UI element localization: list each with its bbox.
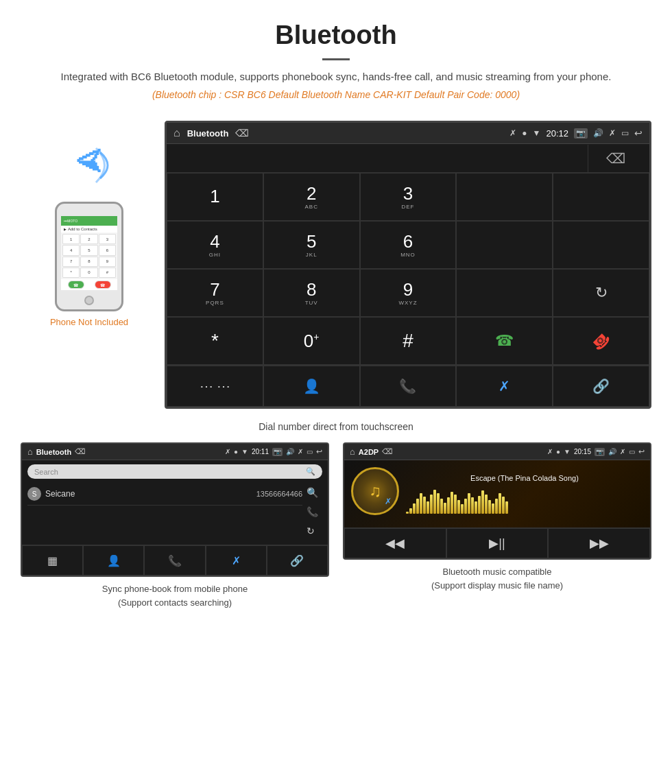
- specs-text: (Bluetooth chip : CSR BC6 Default Blueto…: [41, 89, 631, 100]
- dial-key-6[interactable]: 6MNO: [360, 221, 457, 269]
- dial-key-3[interactable]: 3DEF: [360, 173, 457, 221]
- pb-x-icon[interactable]: ✗: [298, 448, 303, 455]
- pb-home-icon[interactable]: ⌂: [27, 447, 33, 457]
- phone-body: ••• MOTO ▶ Add to Contacts 1 2 3 4 5 6: [55, 202, 123, 311]
- eq-bar: [406, 512, 409, 514]
- window-icon[interactable]: ▭: [621, 128, 629, 138]
- pb-bb-grid[interactable]: ▦: [22, 545, 83, 575]
- eq-bar: [499, 493, 501, 514]
- pb-statusbar-left: ⌂ Bluetooth ⌫: [27, 447, 86, 457]
- dial-bottom-link[interactable]: 🔗: [553, 366, 649, 407]
- bluetooth-signal-icon: ⮘: [62, 141, 117, 196]
- pb-bb-person[interactable]: 👤: [83, 545, 144, 575]
- music-win-icon[interactable]: ▭: [629, 448, 635, 455]
- eq-bar: [427, 501, 429, 514]
- eq-bar: [502, 497, 505, 514]
- phone-end-btn[interactable]: ☎: [95, 281, 111, 289]
- pb-time: 20:11: [252, 448, 269, 455]
- backspace-icon: ⌫: [606, 150, 625, 167]
- pb-vol-icon[interactable]: 🔊: [286, 448, 294, 455]
- music-next-button[interactable]: ▶▶: [548, 528, 650, 558]
- music-vol-icon[interactable]: 🔊: [608, 448, 616, 455]
- dial-key-8[interactable]: 8TUV: [263, 269, 360, 317]
- backspace-button[interactable]: ⌫: [588, 145, 643, 172]
- phone-image-area: ⮘ ••• MOTO ▶ Add to Contacts 1: [21, 121, 158, 327]
- phone-key-8[interactable]: 8: [80, 257, 97, 267]
- dial-key-2[interactable]: 2ABC: [263, 173, 360, 221]
- volume-icon[interactable]: 🔊: [593, 128, 603, 138]
- phone-key-5[interactable]: 5: [80, 245, 97, 255]
- pb-search-bar[interactable]: Search 🔍: [27, 464, 322, 479]
- dial-key-hash[interactable]: #: [360, 317, 457, 365]
- description-text: Integrated with BC6 Bluetooth module, su…: [41, 69, 631, 85]
- pb-search-placeholder: Search: [34, 468, 58, 476]
- music-x-icon[interactable]: ✗: [620, 448, 625, 455]
- pb-statusbar-right: ✗ ● ▼ 20:11 📷 🔊 ✗ ▭ ↩: [225, 447, 322, 456]
- phone-key-3[interactable]: 3: [99, 234, 116, 244]
- pb-statusbar: ⌂ Bluetooth ⌫ ✗ ● ▼ 20:11 📷 🔊 ✗ ▭ ↩: [22, 444, 328, 460]
- dial-empty-r1c4: [456, 173, 553, 221]
- dial-reload-button[interactable]: ↻: [553, 269, 649, 317]
- phone-key-6[interactable]: 6: [99, 245, 116, 255]
- dial-key-7[interactable]: 7PQRS: [167, 269, 263, 317]
- dial-key-1[interactable]: 1: [167, 173, 263, 221]
- dial-key-4[interactable]: 4GHI: [167, 221, 263, 269]
- dial-call-red-button[interactable]: ☎: [553, 317, 649, 365]
- phone-call-btn[interactable]: ☎: [68, 281, 84, 289]
- song-title: Escape (The Pina Colada Song): [406, 474, 643, 482]
- eq-bar: [409, 508, 412, 514]
- back-icon[interactable]: ↩: [634, 128, 643, 139]
- music-back-icon[interactable]: ↩: [638, 447, 645, 456]
- dial-key-5[interactable]: 5JKL: [263, 221, 360, 269]
- phone-key-star[interactable]: *: [62, 268, 80, 278]
- pb-sig-icon: ▼: [241, 448, 248, 455]
- music-statusbar-left: ⌂ A2DP ⌫: [350, 447, 393, 457]
- dial-call-green-button[interactable]: ☎: [456, 317, 553, 365]
- title-divider: [322, 58, 350, 60]
- pb-contact-row[interactable]: S Seicane 13566664466: [27, 483, 302, 506]
- phone-key-2[interactable]: 2: [80, 234, 97, 244]
- pb-win-icon[interactable]: ▭: [307, 448, 313, 455]
- music-prev-button[interactable]: ◀◀: [344, 528, 446, 558]
- camera-icon[interactable]: 📷: [574, 128, 588, 139]
- phone-key-7[interactable]: 7: [62, 257, 80, 267]
- phone-key-0[interactable]: 0: [80, 268, 97, 278]
- pb-bb-bt[interactable]: ✗: [206, 545, 267, 575]
- dial-bottom-grid[interactable]: ⋯ ⋯: [167, 366, 263, 407]
- eq-bar: [461, 504, 464, 514]
- phone-key-hash[interactable]: #: [99, 268, 116, 278]
- pb-bb-link[interactable]: 🔗: [267, 545, 328, 575]
- bottom-screens-section: ⌂ Bluetooth ⌫ ✗ ● ▼ 20:11 📷 🔊 ✗ ▭ ↩: [0, 442, 672, 623]
- pb-contact-list: S Seicane 13566664466: [27, 483, 302, 541]
- pb-side-search-icon[interactable]: 🔍: [307, 487, 318, 498]
- dial-bottom-recent[interactable]: 📞: [360, 366, 457, 407]
- dial-bottom-contacts[interactable]: 👤: [263, 366, 360, 407]
- dial-key-9[interactable]: 9WXYZ: [360, 269, 457, 317]
- music-cam-icon[interactable]: 📷: [595, 448, 605, 456]
- eq-visualizer: [406, 486, 643, 514]
- next-icon: ▶▶: [590, 536, 609, 551]
- eq-bar: [475, 501, 477, 514]
- pb-contact-number: 13566664466: [256, 490, 302, 498]
- dial-key-star[interactable]: *: [167, 317, 263, 365]
- phone-home-button[interactable]: [84, 296, 94, 305]
- dial-bottom-bluetooth[interactable]: ✗: [456, 366, 553, 407]
- dial-key-0[interactable]: 0+: [263, 317, 360, 365]
- dial-empty-r2c5: [553, 221, 649, 269]
- statusbar-time: 20:12: [546, 128, 568, 139]
- home-icon[interactable]: ⌂: [173, 127, 180, 139]
- pb-side-reload-icon[interactable]: ↻: [307, 525, 318, 536]
- pb-bb-phone[interactable]: 📞: [144, 545, 205, 575]
- bt-icon-bottom: ✗: [499, 378, 510, 394]
- music-play-pause-button[interactable]: ▶||: [446, 528, 549, 558]
- close-icon[interactable]: ✗: [609, 128, 616, 138]
- pb-side-call-icon[interactable]: 📞: [307, 506, 318, 517]
- eq-bar: [440, 499, 443, 514]
- phone-key-1[interactable]: 1: [62, 234, 80, 244]
- music-home-icon[interactable]: ⌂: [350, 447, 355, 457]
- pb-cam-icon[interactable]: 📷: [272, 448, 283, 456]
- phone-key-9[interactable]: 9: [99, 257, 116, 267]
- pb-back-icon[interactable]: ↩: [316, 447, 322, 456]
- eq-bar: [430, 495, 433, 514]
- phone-key-4[interactable]: 4: [62, 245, 80, 255]
